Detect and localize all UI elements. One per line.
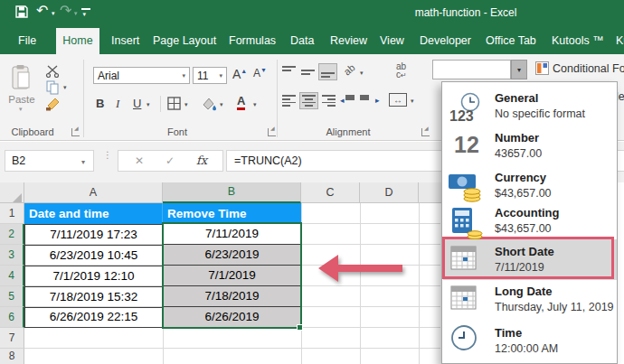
tab-kutools[interactable]: Kutools ™ <box>552 34 604 47</box>
column-header-a[interactable]: A <box>24 182 163 203</box>
format-painter-icon[interactable] <box>45 97 61 111</box>
row-header-6[interactable]: 6 <box>0 307 24 328</box>
merge-center-icon[interactable]: ↔ <box>389 93 407 107</box>
copy-dropdown-icon[interactable]: ▾ <box>63 84 67 91</box>
cell-a2[interactable]: 7/11/2019 17:23 <box>25 225 162 246</box>
conditional-formatting-icon[interactable] <box>535 61 549 75</box>
underline-dropdown-icon[interactable]: ▾ <box>147 101 150 108</box>
tab-developer[interactable]: Developer <box>420 34 471 47</box>
tab-kutools-plus-cut[interactable]: Ku <box>616 34 624 47</box>
bold-button[interactable]: B <box>96 97 104 110</box>
tab-page-layout[interactable]: Page Layout <box>153 34 216 47</box>
menu-item-number[interactable]: 12 Number 43657.00 <box>442 128 617 166</box>
font-dialog-launcher-icon[interactable] <box>268 128 276 136</box>
row-header-1[interactable]: 1 <box>0 203 24 224</box>
tab-review[interactable]: Review <box>330 34 367 47</box>
cell-a5[interactable]: 7/18/2019 15:32 <box>25 287 162 308</box>
name-box-dropdown-icon[interactable]: ▾ <box>81 158 85 166</box>
align-left-icon[interactable] <box>282 95 297 107</box>
cell-b4[interactable]: 7/1/2019 <box>163 266 301 286</box>
row-header-2[interactable]: 2 <box>0 224 24 245</box>
align-bottom-icon[interactable] <box>318 63 337 80</box>
menu-item-short-date[interactable]: Short Date 7/11/2019 <box>442 241 617 279</box>
align-middle-icon[interactable] <box>301 66 316 78</box>
number-format-combo[interactable] <box>432 60 511 79</box>
paste-icon[interactable] <box>11 64 33 91</box>
orientation-dropdown-icon[interactable]: ▾ <box>360 70 364 77</box>
fill-color-dropdown-icon[interactable]: ▾ <box>220 101 223 108</box>
decrease-indent-icon[interactable]: ◂ <box>340 95 360 107</box>
borders-dropdown-icon[interactable]: ▾ <box>184 101 188 108</box>
cut-icon[interactable] <box>45 65 60 78</box>
enter-icon[interactable]: ✓ <box>165 154 175 167</box>
align-top-icon[interactable] <box>282 66 297 78</box>
increase-indent-icon[interactable]: ▸ <box>360 95 380 107</box>
column-header-b-selected[interactable]: B <box>163 182 301 203</box>
align-right-icon[interactable] <box>321 95 336 107</box>
menu-item-currency[interactable]: Currency $43,657.00 <box>442 168 617 206</box>
font-size-combo[interactable]: 11 ▾ <box>193 67 227 84</box>
short-date-calendar-icon <box>450 246 477 271</box>
grow-font-button[interactable]: A▲ <box>232 67 247 81</box>
select-all-corner[interactable] <box>0 182 24 203</box>
row-header-8[interactable]: 8 <box>0 349 24 364</box>
row-header-3[interactable]: 3 <box>0 245 24 266</box>
cell-a4[interactable]: 7/1/2019 12:10 <box>25 266 162 287</box>
insert-function-icon[interactable]: fx <box>196 154 207 167</box>
save-icon[interactable] <box>15 5 28 18</box>
row-header-5[interactable]: 5 <box>0 286 24 307</box>
cell-b5[interactable]: 7/18/2019 <box>163 286 301 307</box>
tab-data[interactable]: Data <box>290 34 314 47</box>
fill-handle[interactable] <box>297 324 303 331</box>
tab-office-tab[interactable]: Office Tab <box>486 34 536 47</box>
orientation-icon[interactable]: ab <box>342 61 357 77</box>
row-header-4[interactable]: 4 <box>0 266 24 286</box>
shrink-font-button[interactable]: A▼ <box>253 67 267 79</box>
tab-formulas[interactable]: Formulas <box>229 34 276 47</box>
number-format-dropdown-button[interactable]: ▾ <box>511 60 527 79</box>
menu-item-time[interactable]: Time 12:00:00 AM <box>442 321 617 359</box>
borders-icon[interactable] <box>167 97 181 110</box>
clipboard-dialog-launcher-icon[interactable] <box>71 128 80 136</box>
fill-color-icon[interactable] <box>200 97 217 111</box>
menu-item-accounting[interactable]: Accounting $43,657.00 <box>442 205 617 241</box>
name-box[interactable]: B2 ▾ <box>5 150 94 172</box>
column-header-c[interactable]: C <box>301 182 360 203</box>
tab-file[interactable]: File <box>18 34 36 47</box>
menu-item-general[interactable]: 123 General No specific format <box>442 89 617 126</box>
wrap-text-icon[interactable]: abc↵ <box>396 62 407 79</box>
copy-icon[interactable] <box>46 80 60 95</box>
merge-center-dropdown-icon[interactable]: ▾ <box>411 98 414 105</box>
cell-a1[interactable]: Date and time <box>24 203 163 224</box>
cell-b6[interactable]: 6/26/2019 <box>163 307 301 328</box>
tab-home[interactable]: Home <box>56 28 99 54</box>
cell-a6[interactable]: 6/26/2019 22:15 <box>25 308 162 327</box>
cell-b3[interactable]: 6/23/2019 <box>163 245 301 266</box>
tab-insert[interactable]: Insert <box>111 34 139 47</box>
paste-dropdown-icon[interactable]: ▾ <box>19 106 23 113</box>
gridline-v <box>419 203 420 364</box>
paste-button[interactable]: Paste <box>7 94 36 105</box>
italic-button[interactable]: I <box>116 97 119 111</box>
font-color-dropdown-icon[interactable]: ▾ <box>253 101 257 108</box>
alignment-dialog-launcher-icon[interactable] <box>421 128 430 136</box>
cell-b1[interactable]: Remove Time <box>163 203 301 224</box>
font-size-dropdown-icon[interactable]: ▾ <box>219 72 222 79</box>
redo-dropdown-icon: ▾ <box>74 10 78 17</box>
column-header-d[interactable]: D <box>360 182 419 203</box>
font-color-button[interactable]: A <box>237 95 245 110</box>
row-header-7[interactable]: 7 <box>0 328 24 349</box>
font-name-dropdown-icon[interactable]: ▾ <box>182 72 185 79</box>
align-center-icon[interactable] <box>299 92 318 109</box>
cell-a3[interactable]: 6/23/2019 10:45 <box>25 246 162 266</box>
cell-b2-active[interactable]: 7/11/2019 <box>163 224 301 245</box>
conditional-formatting-button[interactable]: Conditional Form <box>553 62 624 75</box>
cancel-icon[interactable]: ✕ <box>135 154 144 167</box>
tab-view[interactable]: View <box>380 34 404 47</box>
customize-quick-access-icon[interactable] <box>81 8 90 10</box>
menu-item-long-date[interactable]: Long Date Thursday, July 11, 2019 <box>442 283 617 321</box>
undo-icon[interactable]: ↶ <box>36 5 48 17</box>
underline-button[interactable]: U <box>133 97 141 110</box>
font-name-combo[interactable]: Arial ▾ <box>93 67 190 84</box>
undo-dropdown-icon[interactable]: ▾ <box>52 10 55 17</box>
